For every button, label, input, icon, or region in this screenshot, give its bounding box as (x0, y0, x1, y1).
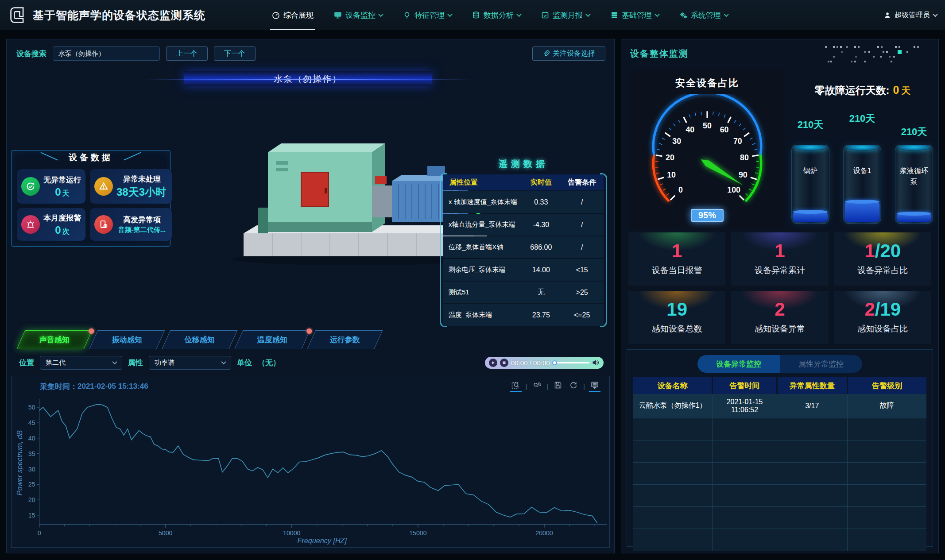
zoom-reset-icon[interactable] (531, 381, 543, 392)
zoom-tool-icon[interactable] (510, 381, 522, 392)
play-button[interactable] (489, 359, 497, 367)
warning-triangle-icon (94, 177, 113, 196)
cylinder-fill (845, 201, 880, 222)
nav-item-system-mgmt[interactable]: 系统管理 (679, 0, 728, 30)
tab-temperature-sense[interactable]: 温度感知 (235, 330, 310, 349)
save-image-icon[interactable] (552, 381, 564, 392)
device-data-panel: 设备数据 无异常运行 0天 异常未处理 38天3小时 (11, 150, 170, 247)
monitor-icon (334, 11, 342, 19)
telemetry-row[interactable]: 温度_泵体末端23.75<=25 (443, 304, 604, 326)
stop-button[interactable] (500, 359, 508, 367)
zero-fault-value: 0 (893, 84, 899, 96)
panel-decoration (40, 152, 58, 161)
unit-label: 单位 (237, 358, 252, 368)
device-search-label: 设备搜索 (16, 49, 46, 59)
power-spectrum-chart[interactable]: 152025303540455005000100001500020000Freq… (15, 397, 611, 546)
main-menu: 综合展现 设备监控 特征管理 数据分析 监测月报 基础管理 (272, 0, 728, 30)
cylinder-fill (897, 213, 932, 222)
position-label: 位置 (19, 358, 34, 368)
player-slider[interactable] (553, 362, 589, 363)
overview-title: 设备整体监测 (630, 48, 689, 60)
chevron-down-icon (655, 12, 659, 17)
telemetry-row[interactable]: x轴直流分量_泵体末端-4.30/ (443, 214, 604, 236)
refresh-icon[interactable] (568, 381, 579, 392)
nav-item-data-analysis[interactable]: 数据分析 (472, 0, 521, 30)
dots-decoration (807, 43, 931, 64)
file-alert-icon (94, 215, 113, 234)
svg-text:15000: 15000 (409, 529, 426, 537)
app-title: 基于智能声学的设备状态监测系统 (33, 8, 205, 23)
focus-device-select-button[interactable]: 关注设备选择 (532, 46, 605, 61)
tab-displacement-sense[interactable]: 位移感知 (162, 330, 238, 349)
monitor-row-empty (633, 440, 926, 462)
tab-attribute-abnormal-monitor[interactable]: 属性异常监控 (780, 355, 862, 373)
top-nav: 基于智能声学的设备状态监测系统 综合展现 设备监控 特征管理 数据分析 监测月报 (0, 0, 945, 30)
telemetry-row[interactable]: 位移_泵体首端X轴686.00/ (443, 236, 604, 258)
svg-text:10000: 10000 (283, 529, 300, 537)
position-select[interactable]: 第二代 (40, 356, 122, 370)
svg-text:50: 50 (703, 121, 712, 130)
zero-fault-cylinders: 210天 锅炉 210天 设备1 210天 浆液循环泵 (789, 106, 936, 230)
cylinder-glass: 锅炉 (791, 145, 829, 224)
slider-knob[interactable] (552, 360, 557, 365)
database-icon (472, 11, 480, 19)
svg-text:70: 70 (733, 137, 742, 146)
volume-icon[interactable] (592, 359, 600, 366)
attribute-select[interactable]: 功率谱 (149, 356, 231, 370)
card-no-abnormal-days: 无异常运行 0天 (17, 169, 85, 204)
card-frequent-abnormal: 高发异常项 音频-第二代传... (90, 208, 172, 241)
gear-icon (679, 11, 687, 19)
telemetry-row[interactable]: x 轴加速度值_泵体末端0.33/ (443, 191, 604, 213)
user-menu[interactable]: 超级管理员 (884, 11, 937, 20)
nav-item-base-mgmt[interactable]: 基础管理 (610, 0, 659, 30)
audio-player: 00:00 / 00:00 (485, 357, 604, 369)
spectrum-chart-card: 采集时间： 2021-02-05 15:13:46 | | | 15202530… (11, 376, 610, 548)
monitor-row-empty (633, 462, 926, 484)
cylinder-device1: 210天 设备1 (840, 106, 884, 230)
model-title-banner: 水泵（勿操作） (184, 71, 432, 86)
card-unhandled-abnormal: 异常未处理 38天3小时 (90, 169, 172, 204)
stat-sensor-abnormal: 2 感知设备异常 (731, 291, 828, 344)
user-icon (884, 12, 891, 19)
cylinder-fill (793, 212, 828, 222)
svg-text:100: 100 (727, 185, 740, 194)
tab-sound-sense[interactable]: 声音感知 (17, 330, 93, 349)
nav-item-overview[interactable]: 综合展现 (272, 0, 314, 30)
collect-time-label: 采集时间： (40, 382, 77, 392)
overview-panel: 设备整体监测 安全设备占比 0102030405060708090100 95%… (621, 39, 939, 553)
cylinder-boiler: 210天 锅炉 (789, 106, 832, 230)
nav-item-monthly-report[interactable]: 监测月报 (541, 0, 590, 30)
nav-item-device-monitor[interactable]: 设备监控 (334, 0, 383, 30)
chevron-down-icon (221, 359, 226, 364)
dashboard-icon (272, 11, 280, 19)
monitor-row-empty (633, 418, 926, 440)
tab-device-abnormal-monitor[interactable]: 设备异常监控 (697, 355, 780, 373)
svg-text:25: 25 (28, 481, 35, 488)
monitor-row[interactable]: 云酷水泵（勿操作1） 2021-01-15 11:06:52 3/17 故障 (633, 394, 926, 418)
model-title: 水泵（勿操作） (274, 73, 342, 85)
chevron-down-icon (933, 12, 937, 17)
stat-today-alarms: 1 设备当日报警 (628, 232, 725, 286)
chart-controls-row: 位置 第二代 属性 功率谱 单位 （无） 00:00 / 00:00 (19, 355, 604, 370)
zero-fault-title: 零故障运行天数:0天 (790, 84, 935, 97)
telemetry-row[interactable]: 测试51无>25 (443, 282, 604, 303)
server-icon (610, 11, 618, 19)
telemetry-row[interactable]: 剩余电压_泵体末端14.00<15 (443, 259, 604, 281)
cylinder-slurry-pump: 210天 浆液循环泵 (892, 106, 936, 230)
attribute-label: 属性 (128, 358, 143, 368)
alert-dot-badge (89, 328, 94, 334)
nav-item-feature-mgmt[interactable]: 特征管理 (403, 0, 452, 30)
tab-vibration-sense[interactable]: 振动感知 (89, 330, 165, 349)
data-view-icon[interactable] (589, 381, 600, 392)
prev-device-button[interactable]: 上一个 (166, 46, 208, 61)
svg-text:0: 0 (678, 185, 683, 194)
svg-text:5000: 5000 (159, 529, 173, 537)
tab-run-params[interactable]: 运行参数 (307, 330, 383, 349)
next-device-button[interactable]: 下一个 (214, 46, 256, 61)
device-data-title: 设备数据 (57, 151, 124, 165)
device-search-input[interactable] (53, 46, 160, 61)
left-panel: 设备搜索 上一个 下一个 关注设备选择 水泵（勿操作） (6, 39, 615, 553)
svg-text:15: 15 (28, 512, 35, 519)
bulb-icon (403, 11, 411, 19)
cylinder-top-glow (897, 145, 931, 151)
